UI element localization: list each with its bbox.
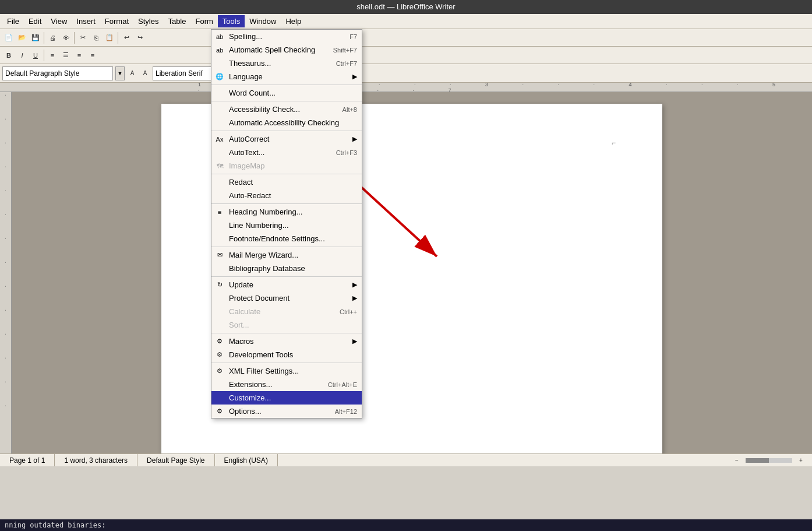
menu-shortcut-options: Alt+F12 <box>335 408 357 415</box>
menu-item-footnote-settings[interactable]: Footnote/Endnote Settings... <box>211 232 362 245</box>
menu-icon-spelling: ab <box>215 32 224 41</box>
italic-btn[interactable]: I <box>16 49 29 62</box>
menu-item-spelling[interactable]: abSpelling...F7 <box>211 30 362 43</box>
menubar-item-edit[interactable]: Edit <box>24 15 46 27</box>
paste-btn[interactable]: 📋 <box>103 31 116 44</box>
update-style-btn[interactable]: A <box>140 67 150 80</box>
menu-item-redact[interactable]: Redact <box>211 175 362 189</box>
menu-label-footnote-settings: Footnote/Endnote Settings... <box>229 234 325 243</box>
bold-btn[interactable]: B <box>2 49 15 62</box>
menu-item-dev-tools[interactable]: ⚙Development Tools <box>211 348 362 361</box>
menu-separator <box>211 333 362 333</box>
new-btn[interactable]: 📄 <box>2 31 15 44</box>
menu-item-update[interactable]: ↻Update▶ <box>211 278 362 291</box>
menu-icon-xml-filter: ⚙ <box>215 367 224 376</box>
menubar-item-format[interactable]: Format <box>100 15 133 27</box>
menubar-item-table[interactable]: Table <box>163 15 190 27</box>
menu-item-autotext[interactable]: AutoText...Ctrl+F3 <box>211 146 362 159</box>
menu-label-language: Language <box>229 72 263 81</box>
print-btn[interactable]: 🖨 <box>46 31 59 44</box>
menubar-item-tools[interactable]: Tools <box>218 15 245 27</box>
sep1 <box>44 32 44 44</box>
cut-btn[interactable]: ✂ <box>76 31 89 44</box>
new-style-btn[interactable]: A <box>127 67 137 80</box>
menu-label-thesaurus: Thesaurus... <box>229 59 271 68</box>
zoom-in-btn[interactable]: + <box>795 454 807 467</box>
menu-label-auto-redact: Auto-Redact <box>229 191 271 200</box>
menu-arrow-language: ▶ <box>352 73 357 80</box>
document-area[interactable]: ⌐ <box>12 92 812 453</box>
copy-btn[interactable]: ⎘ <box>90 31 103 44</box>
toolbar-standard: 📄 📂 💾 🖨 👁 ✂ ⎘ 📋 ↩ ↪ <box>0 29 812 47</box>
menu-shortcut-thesaurus: Ctrl+F7 <box>336 60 357 67</box>
menu-item-options[interactable]: ⚙Options...Alt+F12 <box>211 405 362 418</box>
menu-icon-imagemap: 🗺 <box>215 161 224 171</box>
page-status-text: Page 1 of 1 <box>9 456 45 465</box>
terminal-bar: nning outdated binaries: <box>0 519 812 531</box>
menubar-item-file[interactable]: File <box>2 15 24 27</box>
paragraph-style-dropdown[interactable]: Default Paragraph Style <box>2 66 113 80</box>
redo-btn[interactable]: ↪ <box>133 31 146 44</box>
tools-dropdown-menu: abSpelling...F7abAutomatic Spell Checkin… <box>211 29 362 419</box>
menu-label-autocorrect: AutoCorrect <box>229 135 269 143</box>
justify-btn[interactable]: ≡ <box>86 49 99 62</box>
underline-btn[interactable]: U <box>29 49 42 62</box>
menu-separator <box>211 203 362 204</box>
menu-item-xml-filter[interactable]: ⚙XML Filter Settings... <box>211 364 362 378</box>
align-right-btn[interactable]: ≡ <box>73 49 86 62</box>
menu-item-macros[interactable]: ⚙Macros▶ <box>211 335 362 348</box>
menu-item-auto-accessibility[interactable]: Automatic Accessibility Checking <box>211 116 362 129</box>
ruler: 1 · · · 2 · · · 3 · · · 4 · · · 5 · · · … <box>0 83 812 92</box>
title-text: shell.odt — LibreOffice Writer <box>356 2 455 11</box>
menu-label-protect-doc: Protect Document <box>229 294 290 303</box>
menu-item-bibliography[interactable]: Bibliography Database <box>211 262 362 275</box>
menu-item-mail-merge[interactable]: ✉Mail Merge Wizard... <box>211 248 362 262</box>
paragraph-style-label: Default Paragraph Style <box>5 69 79 78</box>
paragraph-style-arrow[interactable]: ▼ <box>115 66 125 80</box>
zoom-out-btn[interactable]: − <box>730 454 743 467</box>
menu-label-customize: Customize... <box>229 393 271 402</box>
menu-item-extensions[interactable]: Extensions...Ctrl+Alt+E <box>211 378 362 391</box>
menu-label-sort: Sort... <box>229 321 249 329</box>
word-count-text: 1 word, 3 characters <box>64 456 128 465</box>
preview-btn[interactable]: 👁 <box>59 31 72 44</box>
menubar-item-styles[interactable]: Styles <box>133 15 163 27</box>
menu-icon-options: ⚙ <box>215 407 224 416</box>
menu-item-language[interactable]: 🌐Language▶ <box>211 70 362 83</box>
menu-label-xml-filter: XML Filter Settings... <box>229 367 299 375</box>
menu-arrow-update: ▶ <box>352 281 357 289</box>
terminal-text: nning outdated binaries: <box>5 521 105 529</box>
menu-item-protect-doc[interactable]: Protect Document▶ <box>211 291 362 305</box>
menu-item-auto-spell[interactable]: abAutomatic Spell CheckingShift+F7 <box>211 43 362 57</box>
menubar-item-window[interactable]: Window <box>245 15 281 27</box>
undo-btn[interactable]: ↩ <box>120 31 133 44</box>
menu-item-autocorrect[interactable]: AxAutoCorrect▶ <box>211 132 362 146</box>
align-center-btn[interactable]: ☰ <box>59 49 72 62</box>
zoom-slider[interactable] <box>746 458 792 463</box>
menu-label-redact: Redact <box>229 178 253 187</box>
menu-label-mail-merge: Mail Merge Wizard... <box>229 251 298 259</box>
menu-label-imagemap: ImageMap <box>229 161 264 170</box>
menu-item-customize[interactable]: Customize... <box>211 391 362 405</box>
menu-item-auto-redact[interactable]: Auto-Redact <box>211 189 362 202</box>
menu-item-word-count[interactable]: Word Count... <box>211 86 362 100</box>
menu-item-thesaurus[interactable]: Thesaurus...Ctrl+F7 <box>211 57 362 70</box>
style-toolbar: Default Paragraph Style ▼ A A Liberation… <box>0 64 812 83</box>
menu-label-heading-numbering: Heading Numbering... <box>229 208 302 216</box>
menu-icon-update: ↻ <box>215 280 224 290</box>
menu-label-word-count: Word Count... <box>229 89 276 97</box>
align-left-btn[interactable]: ≡ <box>46 49 59 62</box>
menubar-item-view[interactable]: View <box>46 15 72 27</box>
save-btn[interactable]: 💾 <box>29 31 42 44</box>
menu-item-accessibility[interactable]: Accessibility Check...Alt+8 <box>211 103 362 116</box>
menu-item-heading-numbering[interactable]: ≡Heading Numbering... <box>211 205 362 219</box>
toolbar-formatting: B I U ≡ ☰ ≡ ≡ <box>0 47 812 64</box>
open-btn[interactable]: 📂 <box>16 31 29 44</box>
menu-icon-autocorrect: Ax <box>215 135 224 144</box>
menu-item-sort: Sort... <box>211 318 362 332</box>
menu-item-line-numbering[interactable]: Line Numbering... <box>211 219 362 232</box>
menubar-item-help[interactable]: Help <box>281 15 306 27</box>
menubar-item-insert[interactable]: Insert <box>72 15 100 27</box>
menu-item-calculate: CalculateCtrl++ <box>211 305 362 318</box>
menubar-item-form[interactable]: Form <box>190 15 217 27</box>
